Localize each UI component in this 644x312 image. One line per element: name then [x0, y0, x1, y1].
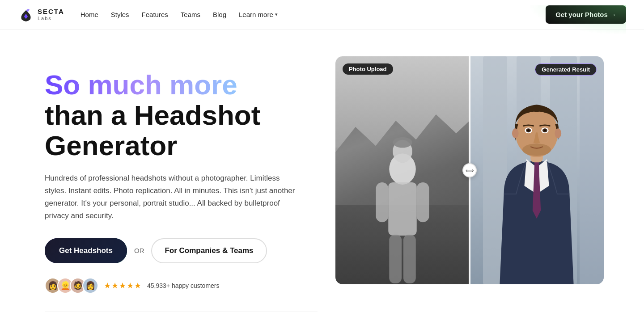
hero-description: Hundreds of professional headshots witho… [45, 172, 295, 222]
nav-cta-button[interactable]: Get your Photos → [546, 5, 626, 24]
svg-point-17 [512, 128, 519, 138]
svg-rect-4 [376, 182, 389, 222]
nav-blog[interactable]: Blog [213, 11, 226, 18]
comparison-divider[interactable]: ⟺ [469, 56, 470, 284]
svg-point-18 [555, 128, 561, 138]
avatar-group: 👩 👱 🧔 👩 [45, 278, 98, 294]
cta-button-group: Get Headshots OR For Companies & Teams [45, 238, 318, 263]
comparison-container: Photo Upload [335, 56, 604, 284]
or-divider: OR [134, 247, 144, 254]
hero-heading-dark1: than a Headshot [45, 100, 260, 131]
hero-right: Photo Upload [335, 56, 617, 284]
divider-handle[interactable]: ⟺ [462, 163, 477, 177]
nav-features[interactable]: Features [142, 11, 168, 18]
rating-count: 45,933+ happy customers [147, 282, 220, 289]
nav-teams[interactable]: Teams [181, 11, 200, 18]
svg-point-13 [527, 129, 530, 132]
logo-name: SECTA [38, 8, 64, 16]
main-content: So much more than a Headshot Generator H… [0, 30, 644, 312]
nav-home[interactable]: Home [80, 11, 98, 18]
nav-learn-more-label: Learn more [239, 11, 273, 18]
get-headshots-button[interactable]: Get Headshots [45, 238, 127, 263]
logo[interactable]: SECTA Labs [18, 7, 64, 23]
hero-heading-gradient: So much more [45, 69, 237, 100]
chevron-down-icon: ▾ [275, 12, 278, 17]
svg-point-10 [522, 143, 551, 156]
svg-point-2 [393, 137, 412, 148]
logo-sub: Labs [38, 16, 64, 21]
social-proof: 👩 👱 🧔 👩 ★★★★★ 45,933+ happy customers [45, 278, 318, 294]
star-rating: ★★★★★ [104, 281, 142, 291]
svg-rect-3 [388, 182, 416, 236]
get-headshots-label: Get Headshots [59, 246, 113, 255]
companies-teams-button[interactable]: For Companies & Teams [151, 238, 267, 263]
stars-display: ★★★★★ [104, 281, 142, 291]
nav-learn-more[interactable]: Learn more ▾ [239, 11, 278, 18]
companies-teams-label: For Companies & Teams [165, 246, 253, 255]
svg-rect-6 [389, 235, 402, 283]
hero-heading: So much more than a Headshot Generator [45, 70, 318, 161]
hero-heading-dark2: Generator [45, 130, 177, 161]
svg-point-16 [544, 129, 547, 132]
svg-rect-5 [417, 182, 429, 222]
photo-upload-panel: Photo Upload [335, 56, 470, 284]
avatar: 👩 [82, 278, 98, 294]
nav-styles[interactable]: Styles [111, 11, 129, 18]
generated-result-label: Generated Result [535, 63, 597, 76]
photo-upload-label: Photo Upload [343, 63, 393, 75]
navbar: SECTA Labs Home Styles Features Teams Bl… [0, 0, 644, 30]
svg-rect-7 [403, 235, 416, 283]
hero-left: So much more than a Headshot Generator H… [45, 56, 318, 312]
generated-result-panel: Generated Result [470, 56, 604, 284]
nav-links: Home Styles Features Teams Blog Learn mo… [80, 11, 278, 18]
